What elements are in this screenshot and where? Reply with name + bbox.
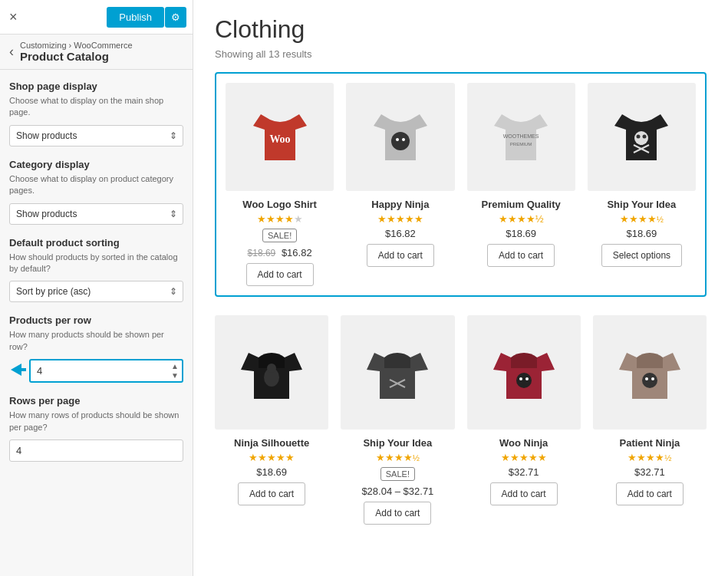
product-price: $18.69 $16.82 [226, 247, 334, 258]
svg-point-21 [645, 377, 648, 380]
product-price: $16.82 [346, 228, 454, 239]
svg-point-17 [516, 373, 532, 388]
rows-per-page-desc: How many rows of products should be show… [9, 410, 183, 433]
arrow-indicator-icon [11, 364, 26, 376]
add-to-cart-button[interactable]: Add to cart [364, 502, 431, 525]
section-default-sorting: Default product sorting How should produ… [9, 237, 183, 303]
main-content: Clothing Showing all 13 results Woo Woo … [193, 0, 728, 576]
product-name: Happy Ninja [346, 199, 454, 210]
product-stars: ★★★★½ [341, 452, 454, 463]
sidebar: × Publish ⚙ ‹ Customizing › WooCommerce … [0, 0, 193, 576]
product-image-woo-ninja [467, 315, 581, 429]
product-card-premium-quality: WOOTHEMES PREMIUM Premium Quality ★★★★½ … [467, 83, 575, 286]
product-stars: ★★★★½ [588, 213, 696, 225]
product-name: Patient Ninja [593, 437, 707, 449]
section-category-display: Category display Choose what to display … [9, 159, 183, 225]
shop-page-display-title: Shop page display [9, 81, 183, 92]
publish-button[interactable]: Publish [107, 7, 164, 28]
svg-point-19 [525, 377, 529, 380]
svg-text:WOOTHEMES: WOOTHEMES [503, 133, 539, 139]
back-row: ‹ Customizing › WooCommerce Product Cata… [0, 35, 193, 70]
product-stars: ★★★★★ [346, 213, 454, 225]
product-image-ninja-silhouette [215, 315, 328, 429]
product-image-patient-ninja [593, 315, 707, 429]
default-sorting-title: Default product sorting [9, 237, 183, 249]
products-per-row-desc: How many products should be shown per ro… [9, 329, 183, 353]
product-price: $18.69 [215, 466, 328, 478]
default-sorting-desc: How should products by sorted in the cat… [9, 252, 183, 275]
svg-text:PREMIUM: PREMIUM [510, 142, 532, 146]
close-button[interactable]: × [6, 6, 21, 28]
add-to-cart-button[interactable]: Add to cart [487, 244, 555, 267]
add-to-cart-button[interactable]: Add to cart [246, 263, 314, 286]
product-card-patient-ninja: Patient Ninja ★★★★½ $32.71 Add to cart [593, 315, 707, 524]
svg-point-9 [643, 134, 647, 138]
product-card-woo-ninja: Woo Ninja ★★★★★ $32.71 Add to cart [467, 315, 581, 524]
category-display-title: Category display [9, 159, 183, 170]
spin-up-button[interactable]: ▲ [168, 362, 182, 371]
products-per-row-input[interactable] [29, 359, 183, 383]
back-arrow[interactable]: ‹ [9, 44, 14, 60]
product-name: Ship Your Idea [341, 437, 454, 449]
category-display-select[interactable]: Show products Show subcategories Show bo… [9, 203, 183, 225]
product-price: $18.69 [467, 228, 575, 239]
svg-point-14 [267, 364, 276, 373]
svg-marker-0 [11, 364, 26, 376]
product-card-ninja-silhouette: Ninja Silhouette ★★★★★ $18.69 Add to car… [215, 315, 328, 524]
product-stars: ★★★★★ [226, 213, 334, 225]
add-to-cart-button[interactable]: Add to cart [367, 244, 434, 267]
spin-down-button[interactable]: ▼ [168, 371, 182, 380]
product-image-premium-quality: WOOTHEMES PREMIUM [467, 83, 575, 191]
sidebar-content: Shop page display Choose what to display… [0, 70, 193, 576]
select-options-button[interactable]: Select options [601, 244, 682, 267]
panel-title: Product Catalog [20, 50, 133, 63]
product-image-happy-ninja [346, 83, 454, 191]
product-name: Woo Ninja [467, 437, 581, 449]
svg-point-22 [651, 377, 654, 380]
products-per-row-title: Products per row [9, 314, 183, 326]
sale-badge: SALE! [380, 467, 415, 481]
product-price: $32.71 [467, 466, 581, 478]
product-price: $18.69 [588, 228, 696, 239]
product-card-happy-ninja: Happy Ninja ★★★★★ $16.82 Add to cart [346, 83, 454, 286]
section-products-per-row: Products per row How many products shoul… [9, 314, 183, 383]
product-name: Ship Your Idea [588, 199, 696, 210]
add-to-cart-button[interactable]: Add to cart [238, 482, 305, 505]
svg-rect-10 [640, 142, 643, 145]
svg-point-20 [642, 373, 657, 388]
shop-page-display-desc: Choose what to display on the main shop … [9, 95, 183, 119]
svg-point-4 [402, 138, 405, 141]
svg-point-2 [391, 132, 410, 150]
product-card-ship-your-idea-hoodie: Ship Your Idea ★★★★½ SALE! $28.04 – $32.… [341, 315, 454, 524]
product-price: $32.71 [593, 466, 707, 478]
add-to-cart-button[interactable]: Add to cart [490, 482, 558, 505]
product-name: Premium Quality [467, 199, 575, 210]
category-display-desc: Choose what to display on product catego… [9, 173, 183, 197]
breadcrumb: Customizing › WooCommerce [20, 41, 133, 50]
section-shop-page-display: Shop page display Choose what to display… [9, 81, 183, 146]
product-image-ship-your-idea [588, 83, 696, 191]
page-title: Clothing [215, 15, 707, 44]
product-stars: ★★★★★ [467, 452, 581, 463]
svg-point-3 [396, 138, 399, 141]
results-text: Showing all 13 results [215, 48, 707, 60]
sidebar-header: × Publish ⚙ [0, 0, 193, 35]
rows-per-page-input[interactable] [9, 439, 183, 462]
add-to-cart-button[interactable]: Add to cart [616, 482, 684, 505]
product-image-ship-your-idea-hoodie [341, 315, 454, 429]
product-row-2: Ninja Silhouette ★★★★★ $18.69 Add to car… [215, 315, 707, 524]
product-name: Ninja Silhouette [215, 437, 328, 449]
product-card-woo-logo-shirt: Woo Woo Logo Shirt ★★★★★ SALE! $18.69 $1… [226, 83, 334, 286]
svg-point-18 [519, 377, 522, 380]
gear-button[interactable]: ⚙ [165, 7, 186, 28]
product-price: $28.04 – $32.71 [341, 485, 454, 497]
product-row-1-highlighted: Woo Woo Logo Shirt ★★★★★ SALE! $18.69 $1… [215, 72, 707, 297]
product-stars: ★★★★½ [593, 452, 707, 463]
product-image-woo-logo-shirt: Woo [226, 83, 334, 191]
shop-page-display-select[interactable]: Show products Show categories Show both [9, 125, 183, 146]
default-sorting-select[interactable]: Default sorting Sort by popularity Sort … [9, 281, 183, 302]
section-rows-per-page: Rows per page How many rows of products … [9, 395, 183, 462]
product-name: Woo Logo Shirt [226, 199, 334, 210]
svg-point-8 [637, 134, 641, 138]
svg-text:Woo: Woo [269, 133, 290, 145]
